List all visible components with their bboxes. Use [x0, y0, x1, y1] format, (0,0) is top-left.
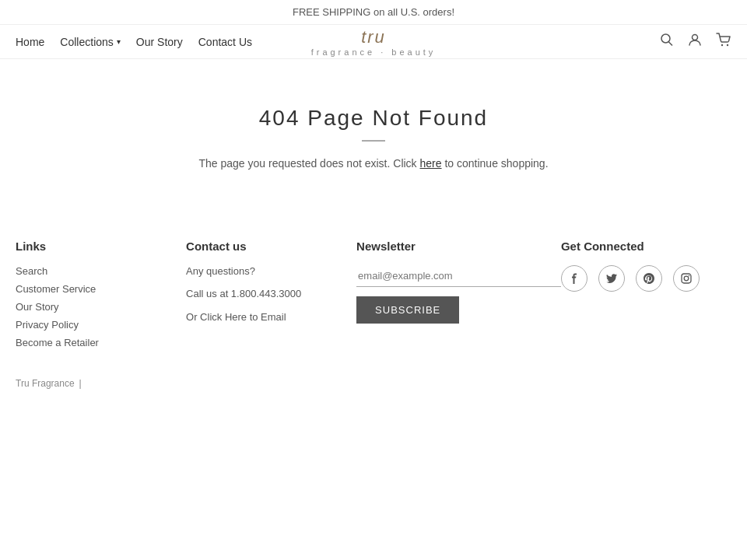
social-heading: Get Connected: [561, 240, 731, 253]
collections-label: Collections: [60, 36, 113, 48]
svg-point-2: [693, 35, 698, 40]
header: Home Collections ▾ Our Story Contact Us …: [0, 25, 747, 59]
top-banner: FREE SHIPPING on all U.S. orders!: [0, 0, 747, 25]
footer-columns: Links Search Customer Service Our Story …: [0, 208, 747, 370]
svg-line-1: [669, 42, 673, 46]
footer: Links Search Customer Service Our Story …: [0, 208, 747, 404]
page-message: The page you requested does not exist. C…: [16, 157, 731, 170]
footer-brand: Tru Fragrance: [16, 378, 75, 389]
message-after: to continue shopping.: [442, 157, 549, 170]
nav-our-story[interactable]: Our Story: [136, 36, 183, 48]
logo-text: tru: [311, 27, 437, 47]
svg-rect-5: [682, 274, 691, 283]
main-content: 404 Page Not Found The page you requeste…: [0, 59, 747, 208]
svg-point-3: [721, 44, 723, 46]
message-before: The page you requested does not exist. C…: [198, 157, 419, 170]
page-title: 404 Page Not Found: [16, 106, 731, 131]
title-divider: [362, 140, 385, 142]
contact-heading: Contact us: [186, 240, 356, 253]
newsletter-email-input[interactable]: [356, 265, 561, 287]
collections-arrow-icon: ▾: [117, 37, 121, 46]
footer-newsletter-col: Newsletter SUBSCRIBE: [356, 240, 561, 355]
nav-contact-us[interactable]: Contact Us: [198, 36, 252, 48]
footer-social-col: Get Connected: [561, 240, 731, 355]
contact-email-link[interactable]: Or Click Here to Email: [186, 311, 286, 323]
nav-collections[interactable]: Collections ▾: [60, 36, 120, 48]
subscribe-button[interactable]: SUBSCRIBE: [356, 296, 459, 324]
twitter-icon[interactable]: [598, 265, 625, 292]
logo-tru: tru: [361, 27, 386, 47]
nav-icons: [660, 33, 731, 51]
links-heading: Links: [16, 240, 186, 253]
contact-any-questions: Any questions?: [186, 265, 356, 277]
newsletter-heading: Newsletter: [356, 240, 561, 253]
footer-link-become-retailer[interactable]: Become a Retailer: [16, 337, 186, 348]
search-icon[interactable]: [660, 33, 674, 51]
svg-point-4: [727, 44, 728, 46]
banner-text: FREE SHIPPING on all U.S. orders!: [293, 6, 454, 18]
footer-link-privacy-policy[interactable]: Privacy Policy: [16, 319, 186, 331]
cart-icon[interactable]: [716, 33, 731, 51]
footer-link-search[interactable]: Search: [16, 265, 186, 277]
facebook-icon[interactable]: [561, 265, 587, 292]
footer-links-col: Links Search Customer Service Our Story …: [16, 240, 186, 355]
footer-link-customer-service[interactable]: Customer Service: [16, 283, 186, 295]
nav-home[interactable]: Home: [16, 36, 44, 48]
continue-shopping-link[interactable]: here: [420, 157, 442, 170]
footer-contact-col: Contact us Any questions? Call us at 1.8…: [186, 240, 356, 355]
pinterest-icon[interactable]: [636, 265, 662, 292]
logo[interactable]: tru fragrance · beauty: [311, 27, 437, 57]
social-icons: [561, 265, 731, 292]
contact-phone: Call us at 1.800.443.3000: [186, 288, 356, 299]
footer-separator: |: [79, 378, 82, 389]
svg-point-6: [684, 276, 689, 281]
logo-sub: fragrance · beauty: [311, 47, 437, 57]
account-icon[interactable]: [688, 33, 702, 51]
footer-link-our-story[interactable]: Our Story: [16, 301, 186, 313]
svg-point-0: [661, 34, 670, 43]
instagram-icon[interactable]: [673, 265, 700, 292]
svg-point-7: [689, 275, 690, 277]
footer-bottom: Tru Fragrance |: [0, 370, 747, 404]
